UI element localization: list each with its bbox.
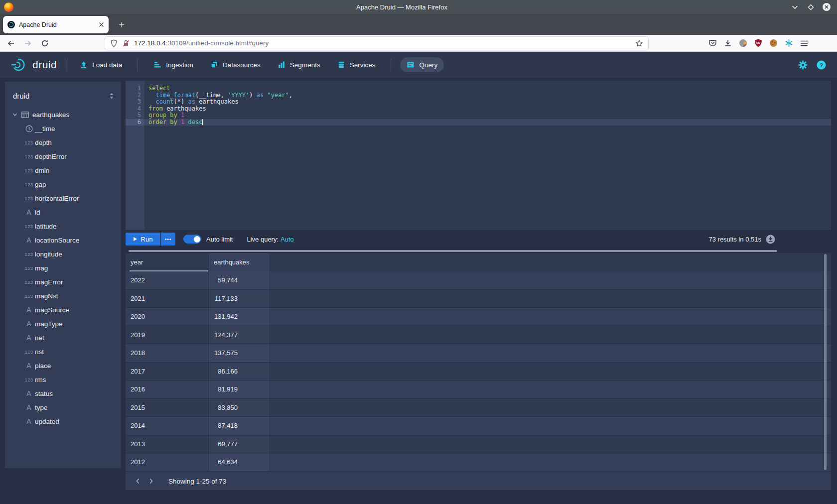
table-cell-filler — [270, 399, 831, 417]
table-cell-year[interactable]: 2016 — [126, 380, 209, 398]
run-more-options-button[interactable]: ••• — [161, 233, 175, 246]
column-item-id[interactable]: Aid — [5, 205, 121, 219]
column-item-magError[interactable]: 123magError — [5, 275, 121, 289]
column-item-status[interactable]: Astatus — [5, 386, 121, 400]
live-query-value[interactable]: Auto — [280, 236, 294, 243]
cookie-extension-icon[interactable] — [769, 39, 778, 47]
browser-tab[interactable]: Apache Druid — [3, 16, 109, 33]
table-row: 201583,850 — [126, 399, 831, 417]
table-cell-year[interactable]: 2014 — [126, 417, 209, 435]
column-header-earthquakes[interactable]: earthquakes — [209, 253, 270, 271]
reload-button-icon[interactable] — [41, 39, 49, 47]
table-cell-year[interactable]: 2022 — [126, 271, 209, 289]
ublock-origin-icon[interactable]: UO — [754, 39, 762, 47]
column-item-depth[interactable]: 123depth — [5, 135, 121, 149]
nav-item-segments[interactable]: Segments — [271, 57, 327, 72]
chevron-down-icon[interactable] — [12, 112, 18, 118]
auto-limit-toggle[interactable] — [183, 235, 201, 244]
column-item-horizontalError[interactable]: 123horizontalError — [5, 191, 121, 205]
previous-page-icon[interactable] — [132, 475, 144, 488]
table-cell-year[interactable]: 2018 — [126, 344, 209, 362]
nav-item-datasources[interactable]: Datasources — [204, 57, 267, 72]
string-type-icon: A — [23, 208, 35, 216]
extension-asterisk-icon[interactable] — [785, 39, 793, 47]
tracking-protection-icon[interactable] — [110, 39, 118, 47]
column-item-latitude[interactable]: 123latitude — [5, 219, 121, 233]
results-horizontal-scrollbar[interactable] — [126, 250, 831, 253]
table-cell-year[interactable]: 2015 — [126, 399, 209, 417]
column-item-type[interactable]: Atype — [5, 400, 121, 414]
nav-item-services[interactable]: Services — [331, 57, 382, 72]
back-button-icon[interactable] — [7, 39, 15, 47]
menu-hamburger-icon[interactable] — [800, 40, 808, 47]
code-line: time_format(__time, 'YYYY') as "year", — [144, 92, 292, 99]
window-close-icon[interactable] — [822, 2, 831, 11]
table-cell-earthquakes[interactable]: 87,418 — [209, 417, 270, 435]
column-item-updated[interactable]: Aupdated — [5, 414, 121, 428]
column-item-mag[interactable]: 123mag — [5, 261, 121, 275]
forward-button-icon[interactable] — [24, 39, 32, 47]
table-row: 2021117,133 — [126, 290, 831, 308]
table-cell-year[interactable]: 2021 — [126, 290, 209, 308]
table-cell-year[interactable]: 2017 — [126, 363, 209, 380]
column-item-locationSource[interactable]: AlocationSource — [5, 233, 121, 247]
column-item-magSource[interactable]: AmagSource — [5, 303, 121, 317]
table-cell-earthquakes[interactable]: 131,942 — [209, 308, 270, 326]
new-tab-button[interactable]: + — [114, 17, 130, 33]
table-cell-earthquakes[interactable]: 81,919 — [209, 380, 270, 398]
column-item-net[interactable]: Anet — [5, 331, 121, 345]
table-cell-earthquakes[interactable]: 59,744 — [209, 271, 270, 289]
url-text: 172.18.0.4:30109/unified-console.html#qu… — [134, 39, 635, 47]
settings-gear-icon[interactable] — [798, 60, 808, 70]
table-cell-year[interactable]: 2020 — [126, 308, 209, 326]
query-view: druid earthquakes__time123depth123depthE… — [0, 78, 837, 504]
sql-editor[interactable]: 1select2 time_format(__time, 'YYYY') as … — [126, 81, 831, 230]
column-item-dmin[interactable]: 123dmin — [5, 163, 121, 177]
column-item-place[interactable]: Aplace — [5, 359, 121, 373]
table-cell-earthquakes[interactable]: 64,634 — [209, 453, 270, 471]
table-cell-year[interactable]: 2013 — [126, 435, 209, 453]
table-cell-earthquakes[interactable]: 83,850 — [209, 399, 270, 417]
pocket-icon[interactable] — [708, 39, 717, 47]
window-maximize-icon[interactable] — [806, 2, 815, 11]
numeric-type-icon: 123 — [23, 265, 35, 271]
column-item-longitude[interactable]: 123longitude — [5, 247, 121, 261]
download-results-icon[interactable] — [766, 235, 775, 244]
column-item-gap[interactable]: 123gap — [5, 177, 121, 191]
table-cell-year[interactable]: 2012 — [126, 453, 209, 471]
nav-item-label: Load data — [92, 61, 122, 69]
nav-item-query[interactable]: Query — [400, 57, 444, 72]
table-cell-earthquakes[interactable]: 86,166 — [209, 363, 270, 380]
url-path: :30109/unified-console.html#query — [166, 39, 269, 47]
run-button[interactable]: Run — [126, 233, 160, 246]
column-item-depthError[interactable]: 123depthError — [5, 149, 121, 163]
window-minimize-icon[interactable] — [790, 2, 799, 11]
downloads-icon[interactable] — [724, 39, 732, 47]
column-item-nst[interactable]: 123nst — [5, 345, 121, 359]
tab-title: Apache Druid — [19, 21, 99, 28]
insecure-connection-icon[interactable] — [122, 39, 130, 47]
nav-item-load-data[interactable]: Load data — [73, 57, 129, 72]
column-item-__time[interactable]: __time — [5, 122, 121, 135]
url-bar[interactable]: 172.18.0.4:30109/unified-console.html#qu… — [105, 36, 649, 50]
druid-logo[interactable]: druid — [10, 57, 57, 72]
column-item-rms[interactable]: 123rms — [5, 373, 121, 386]
tree-item-datasource[interactable]: earthquakes — [5, 108, 121, 122]
table-cell-year[interactable]: 2019 — [126, 326, 209, 344]
next-page-icon[interactable] — [144, 475, 157, 488]
tab-close-icon[interactable] — [99, 22, 104, 27]
schema-sidebar: druid earthquakes__time123depth123depthE… — [5, 82, 121, 468]
table-cell-earthquakes[interactable]: 137,575 — [209, 344, 270, 362]
help-icon[interactable]: ? — [817, 60, 826, 70]
table-cell-earthquakes[interactable]: 124,377 — [209, 326, 270, 344]
table-cell-earthquakes[interactable]: 69,777 — [209, 435, 270, 453]
sort-double-caret-icon[interactable] — [108, 92, 115, 100]
table-cell-earthquakes[interactable]: 117,133 — [209, 290, 270, 308]
results-vertical-scrollbar[interactable] — [824, 254, 827, 470]
column-item-magNst[interactable]: 123magNst — [5, 289, 121, 303]
nav-item-ingestion[interactable]: Ingestion — [147, 57, 200, 72]
column-header-year[interactable]: year — [126, 253, 209, 271]
privacy-badger-icon[interactable] — [739, 39, 747, 47]
bookmark-star-icon[interactable] — [635, 39, 643, 47]
column-item-magType[interactable]: AmagType — [5, 317, 121, 331]
